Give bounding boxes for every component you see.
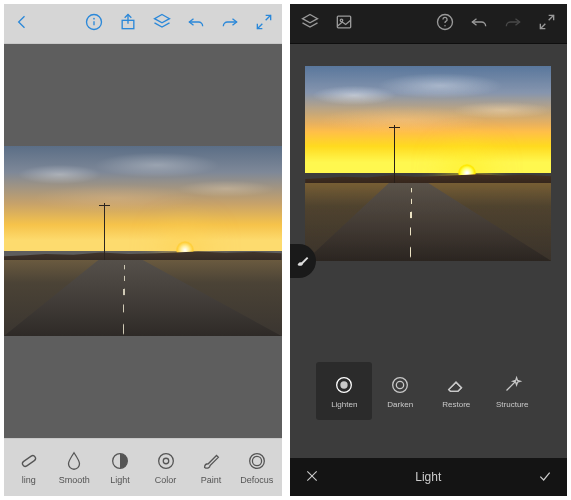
share-icon — [118, 12, 138, 32]
svg-point-10 — [158, 454, 173, 469]
svg-rect-8 — [21, 455, 36, 468]
back-button[interactable] — [12, 12, 32, 36]
tool-healing[interactable]: ling — [7, 450, 51, 485]
svg-point-2 — [93, 17, 95, 19]
tool-defocus[interactable]: Defocus — [235, 450, 279, 485]
tool-label: Darken — [387, 400, 413, 409]
expand-icon — [537, 12, 557, 32]
tool-label: ling — [22, 475, 36, 485]
svg-point-23 — [393, 377, 408, 392]
tool-lighten[interactable]: Lighten — [316, 362, 372, 420]
chevron-left-icon — [12, 12, 32, 32]
image-button[interactable] — [334, 12, 354, 36]
tool-smooth[interactable]: Smooth — [52, 450, 96, 485]
svg-point-11 — [163, 458, 169, 464]
svg-point-24 — [397, 381, 404, 388]
svg-point-22 — [341, 381, 348, 388]
photo-preview — [4, 146, 282, 336]
light-tools-row: Lighten Darken Restore Structure — [290, 362, 568, 420]
redo-button[interactable] — [503, 12, 523, 36]
svg-line-6 — [265, 15, 270, 20]
color-circle-icon — [155, 450, 177, 472]
bandage-icon — [18, 450, 40, 472]
undo-icon — [186, 12, 206, 32]
info-icon — [84, 12, 104, 32]
tool-restore[interactable]: Restore — [428, 362, 484, 420]
mode-label: Light — [415, 470, 441, 484]
eraser-icon — [445, 374, 467, 396]
redo-button[interactable] — [220, 12, 240, 36]
brush-handle[interactable] — [290, 244, 316, 278]
tool-label: Smooth — [59, 475, 90, 485]
cancel-button[interactable] — [304, 468, 320, 487]
mode-bar: Light — [290, 458, 568, 496]
svg-line-25 — [507, 381, 516, 390]
svg-line-7 — [257, 23, 262, 28]
darken-icon — [389, 374, 411, 396]
undo-icon — [469, 12, 489, 32]
layers-icon — [300, 12, 320, 32]
expand-button[interactable] — [254, 12, 274, 36]
layers-button[interactable] — [300, 12, 320, 36]
undo-button[interactable] — [186, 12, 206, 36]
tool-structure[interactable]: Structure — [484, 362, 540, 420]
layers-icon — [152, 12, 172, 32]
left-phone: ling Smooth Light Color Paint Defocus — [4, 4, 282, 496]
svg-marker-14 — [302, 14, 317, 22]
left-topbar — [4, 4, 282, 44]
tool-label: Restore — [442, 400, 470, 409]
check-icon — [537, 468, 553, 484]
layers-button[interactable] — [152, 12, 172, 36]
tool-label: Structure — [496, 400, 528, 409]
redo-icon — [220, 12, 240, 32]
brush-icon — [295, 253, 311, 269]
close-icon — [304, 468, 320, 484]
info-button[interactable] — [84, 12, 104, 36]
tool-darken[interactable]: Darken — [372, 362, 428, 420]
lighten-icon — [333, 374, 355, 396]
defocus-icon — [246, 450, 268, 472]
svg-point-13 — [252, 456, 261, 465]
svg-point-18 — [444, 25, 446, 27]
svg-marker-5 — [154, 14, 169, 22]
right-phone: Lighten Darken Restore Structure Light — [290, 4, 568, 496]
redo-icon — [503, 12, 523, 32]
help-icon — [435, 12, 455, 32]
image-icon — [334, 12, 354, 32]
right-canvas[interactable]: Lighten Darken Restore Structure — [290, 44, 568, 458]
right-topbar — [290, 4, 568, 44]
tool-label: Lighten — [331, 400, 357, 409]
tool-label: Color — [155, 475, 177, 485]
tool-label: Defocus — [240, 475, 273, 485]
left-toolbar: ling Smooth Light Color Paint Defocus — [4, 438, 282, 496]
svg-line-20 — [540, 23, 545, 28]
tool-color[interactable]: Color — [144, 450, 188, 485]
share-button[interactable] — [118, 12, 138, 36]
wand-icon — [501, 374, 523, 396]
droplet-icon — [63, 450, 85, 472]
contrast-icon — [109, 450, 131, 472]
confirm-button[interactable] — [537, 468, 553, 487]
tool-label: Paint — [201, 475, 222, 485]
svg-line-19 — [549, 15, 554, 20]
photo-preview — [305, 66, 551, 261]
undo-button[interactable] — [469, 12, 489, 36]
help-button[interactable] — [435, 12, 455, 36]
left-canvas[interactable] — [4, 44, 282, 438]
tool-label: Light — [110, 475, 130, 485]
expand-icon — [254, 12, 274, 32]
expand-button[interactable] — [537, 12, 557, 36]
tool-light[interactable]: Light — [98, 450, 142, 485]
tool-paint[interactable]: Paint — [189, 450, 233, 485]
brush-icon — [200, 450, 222, 472]
